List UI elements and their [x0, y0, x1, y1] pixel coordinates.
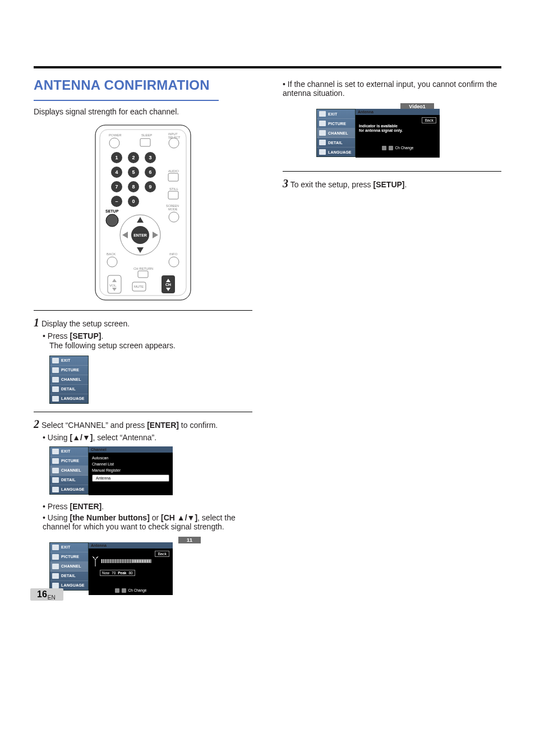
s2b2p: Press: [48, 502, 70, 511]
sb-lang-2: LANGUAGE: [61, 487, 85, 491]
section-underline: [34, 100, 219, 101]
svg-text:STILL: STILL: [169, 187, 179, 191]
svg-line-64: [93, 556, 95, 560]
picture-icon: [52, 554, 59, 560]
svg-rect-52: [138, 271, 148, 278]
svg-text:SETUP: SETUP: [105, 209, 119, 213]
hr-1: [34, 310, 252, 311]
now-label: Now: [102, 571, 109, 575]
grid-icon: [389, 146, 393, 150]
svg-text:9: 9: [149, 184, 151, 190]
peak-value: 80: [128, 571, 132, 575]
svg-point-39: [106, 214, 118, 227]
sb-exit-4: EXIT: [328, 112, 337, 116]
svg-text:BACK: BACK: [107, 252, 116, 256]
step-1-text: Display the setup screen.: [41, 319, 130, 328]
right-column: • If the channel is set to external inpu…: [283, 61, 501, 192]
section-title: ANTENNA CONFIRMATION: [34, 77, 252, 93]
sb-exit-2: EXIT: [61, 449, 70, 453]
svg-point-50: [169, 257, 179, 267]
channel-item-autoscan: Autoscan: [92, 455, 169, 461]
channel-item-manual: Manual Register: [92, 467, 169, 473]
language-icon: [52, 487, 59, 492]
svg-text:2: 2: [132, 155, 135, 160]
setup-key-ref: [SETUP]: [70, 331, 101, 340]
peak-label: Peak: [118, 571, 126, 575]
page-number: 16EN: [30, 588, 63, 601]
step-2: 2 Select “CHANNEL” and press [ENTER] to …: [34, 418, 252, 431]
enter-key-ref-2: [ENTER]: [70, 502, 102, 511]
channel-panel-header: Channel: [89, 446, 173, 453]
sb-det-3: DETAIL: [61, 574, 76, 578]
svg-text:SLEEP: SLEEP: [141, 133, 152, 137]
sb-ch-2: CHANNEL: [61, 468, 81, 472]
svg-rect-32: [168, 173, 178, 181]
antenna-icon: [92, 556, 99, 566]
svg-text:0: 0: [132, 199, 135, 204]
sb-exit-3: EXIT: [61, 545, 70, 549]
number-buttons-ref: [the Number buttons]: [70, 513, 149, 522]
svg-text:VOL.: VOL.: [109, 284, 117, 287]
picture-icon: [52, 458, 59, 464]
signal-stats: Now 70 Peak 80: [100, 570, 135, 576]
sb-pic-4: PICTURE: [328, 122, 346, 126]
svg-rect-7: [140, 139, 150, 146]
channel-icon: [52, 468, 59, 473]
enter-key-ref-1: [ENTER]: [147, 421, 179, 430]
step-1-bullet-1: • Press [SETUP].: [43, 331, 252, 340]
sb-pic-2: PICTURE: [61, 459, 79, 463]
note-l1: Indicator is available: [359, 124, 398, 128]
exit-icon: [52, 545, 59, 550]
language-icon: [52, 583, 59, 588]
left-column: ANTENNA CONFIRMATION Displays signal str…: [34, 61, 252, 595]
language-icon: [319, 149, 326, 155]
svg-line-65: [95, 556, 98, 560]
signal-bar: [101, 559, 151, 563]
channel-menu-thumb: EXIT PICTURE CHANNEL DETAIL LANGUAGE Cha…: [49, 446, 252, 495]
back-button-2: Back: [422, 117, 436, 123]
svg-rect-34: [168, 191, 178, 199]
svg-text:POWER: POWER: [109, 133, 122, 137]
setup-screen-thumb: EXIT PICTURE CHANNEL DETAIL LANGUAGE: [49, 356, 252, 404]
video-panel-header: Antenna: [356, 109, 440, 115]
step-1-number: 1: [34, 316, 39, 329]
section-subtitle: Displays signal strength for each channe…: [34, 107, 252, 117]
step-1-b1-suf: .: [101, 331, 103, 340]
antenna-panel-header: Antenna: [89, 542, 173, 548]
step-1-line2: The following setup screen appears.: [49, 340, 252, 351]
page-lang: EN: [48, 594, 56, 601]
numpad-icon: [382, 146, 386, 150]
sb-lang-3: LANGUAGE: [61, 583, 85, 587]
remote-illustration: POWER SLEEP INPUT SELECT 1 2 3 4 5 6 7: [34, 123, 252, 302]
channel-item-list: Channel List: [92, 461, 169, 467]
right-note: • If the channel is set to external inpu…: [283, 80, 501, 98]
detail-icon: [319, 140, 326, 145]
s2b3m: or: [150, 513, 161, 522]
channel-icon: [319, 130, 326, 136]
sidebar-picture: PICTURE: [61, 368, 79, 372]
svg-point-67: [96, 557, 98, 558]
grid-icon: [122, 588, 126, 593]
ch-arrow-ref: [CH ▲/▼]: [161, 513, 197, 522]
sb-lang-4: LANGUAGE: [328, 150, 352, 154]
sb-pic-3: PICTURE: [61, 555, 79, 559]
footer-ch-change: Ch Change: [128, 588, 147, 592]
footer-ch-change-2: Ch Change: [395, 146, 414, 150]
svg-point-48: [107, 257, 117, 267]
antenna-video-thumb: Video1 EXIT PICTURE CHANNEL DETAIL LANGU…: [316, 103, 501, 158]
sb-det-2: DETAIL: [61, 478, 76, 482]
svg-text:5: 5: [132, 169, 135, 175]
svg-point-37: [169, 212, 179, 222]
svg-point-8: [169, 138, 179, 148]
picture-icon: [52, 367, 59, 373]
s2b1p: Using: [48, 433, 70, 442]
svg-text:ENTER: ENTER: [133, 233, 147, 237]
step-2-bullet-2: • Press [ENTER].: [43, 502, 252, 511]
step-3-suffix: .: [405, 180, 407, 189]
sidebar-channel: CHANNEL: [61, 377, 81, 381]
sb-ch-3: CHANNEL: [61, 564, 81, 568]
sb-det-4: DETAIL: [328, 141, 343, 145]
channel-item-antenna: Antenna: [92, 474, 169, 482]
svg-point-66: [93, 557, 94, 558]
step-2-prefix: Select “CHANNEL” and press: [41, 421, 147, 430]
